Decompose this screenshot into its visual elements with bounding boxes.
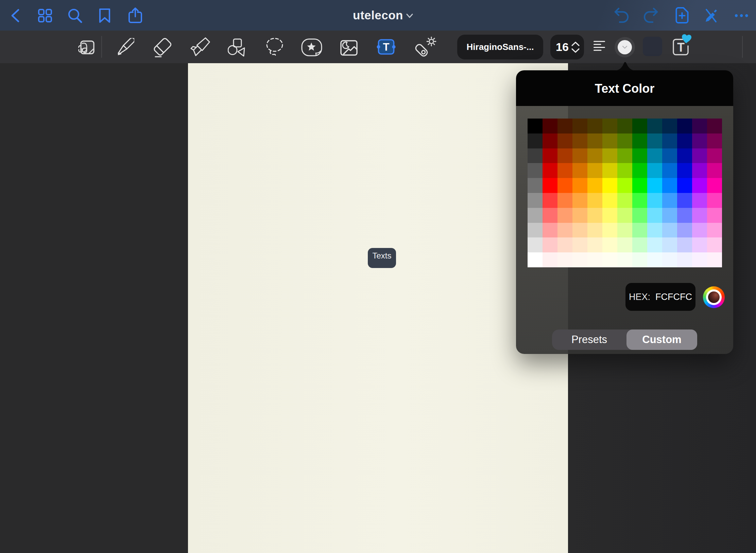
svg-text:T: T (383, 41, 390, 53)
svg-text:T: T (677, 40, 685, 54)
